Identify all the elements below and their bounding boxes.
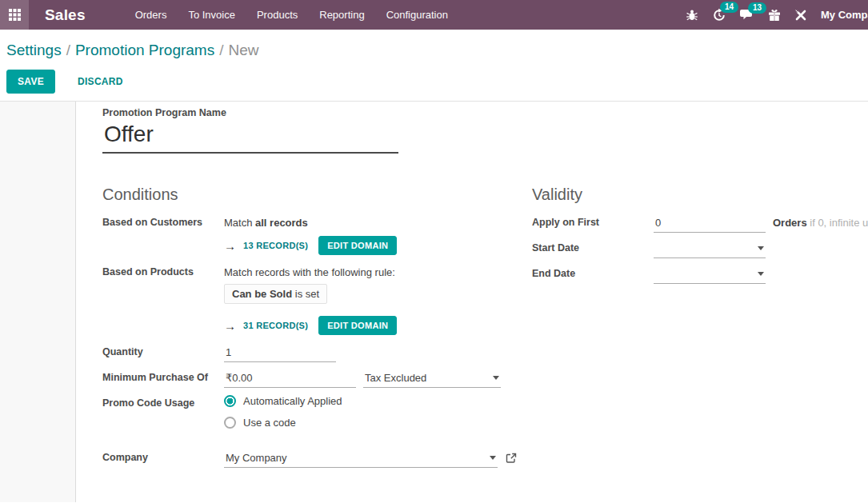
form-view: Promotion Program Name Conditions Based … [0, 102, 868, 502]
menu-orders[interactable]: Orders [135, 9, 167, 21]
minimum-purchase-label: Minimum Purchase Of [102, 369, 224, 383]
start-date-label: Start Date [532, 240, 654, 253]
discard-button[interactable]: DISCARD [66, 70, 134, 93]
menu-reporting[interactable]: Reporting [319, 9, 364, 21]
messages-count-badge: 13 [748, 2, 766, 14]
program-name-input[interactable] [102, 120, 398, 154]
conditions-section: Conditions Based on Customers Match all … [102, 186, 532, 475]
validity-section: Validity Apply on First Orders if 0, inf… [532, 186, 868, 475]
chevron-down-icon [490, 456, 496, 460]
program-name-label: Promotion Program Name [102, 107, 868, 118]
company-row: Company My Company [102, 449, 532, 468]
quantity-label: Quantity [102, 344, 224, 357]
odoo-window: Sales Orders To Invoice Products Reporti… [0, 0, 868, 503]
breadcrumb-separator: / [214, 42, 228, 58]
validity-title: Validity [532, 186, 868, 204]
based-on-customers-label: Based on Customers [102, 214, 224, 228]
based-on-products-row: Based on Products Match records with the… [102, 264, 532, 337]
chevron-down-icon [758, 246, 764, 250]
start-date-picker[interactable] [654, 240, 766, 258]
based-on-customers-row: Based on Customers Match all records → 1… [102, 214, 532, 257]
save-button[interactable]: SAVE [6, 70, 55, 94]
customers-match-text: Match all records [224, 214, 532, 229]
messages-chat-icon[interactable]: 13 [740, 9, 754, 22]
app-brand-title[interactable]: Sales [45, 6, 86, 24]
top-navbar: Sales Orders To Invoice Products Reporti… [0, 0, 868, 30]
end-date-picker[interactable] [654, 265, 766, 284]
chevron-down-icon [758, 272, 764, 276]
based-on-products-label: Based on Products [102, 264, 224, 277]
company-label: Company [102, 449, 224, 463]
end-date-row: End Date [532, 265, 868, 284]
products-records-line: → 31 RECORD(S) EDIT DOMAIN [224, 316, 532, 335]
breadcrumb-current: New [228, 42, 258, 58]
user-company-menu[interactable]: My Company [821, 9, 868, 21]
form-groups: Conditions Based on Customers Match all … [102, 186, 868, 475]
products-match-text: Match records with the following rule: [224, 264, 532, 278]
apply-on-first-suffix: Orders if 0, infinite usage [773, 214, 868, 229]
minimum-purchase-row: Minimum Purchase Of Tax Excluded [102, 369, 532, 388]
conditions-title: Conditions [102, 186, 532, 204]
end-date-label: End Date [532, 265, 654, 279]
domain-rule-tag[interactable]: Can be Sold is set [224, 284, 327, 304]
quantity-row: Quantity [102, 344, 532, 362]
menu-products[interactable]: Products [257, 9, 298, 21]
apply-on-first-row: Apply on First Orders if 0, infinite usa… [532, 214, 868, 233]
minimum-purchase-input[interactable] [224, 369, 356, 388]
menu-to-invoice[interactable]: To Invoice [188, 9, 235, 21]
radio-use-a-code[interactable]: Use a code [224, 417, 532, 429]
breadcrumb-settings-link[interactable]: Settings [6, 42, 62, 58]
radio-selected-icon [224, 395, 236, 407]
promo-code-usage-label: Promo Code Usage [102, 395, 224, 409]
products-records-count-link[interactable]: 31 RECORD(S) [243, 321, 308, 330]
grid-icon [9, 9, 21, 21]
radio-unselected-icon [224, 417, 236, 429]
control-panel: Settings/Promotion Programs/New SAVE DIS… [0, 30, 868, 102]
tools-icon[interactable] [794, 9, 807, 22]
breadcrumb-separator: / [62, 42, 75, 58]
form-sheet: Promotion Program Name Conditions Based … [76, 102, 868, 502]
radio-automatically-applied[interactable]: Automatically Applied [224, 395, 532, 407]
debug-bug-icon[interactable] [686, 9, 698, 22]
products-edit-domain-button[interactable]: EDIT DOMAIN [318, 316, 397, 335]
activities-clock-icon[interactable]: 14 [712, 8, 726, 22]
gift-icon[interactable] [768, 9, 781, 22]
breadcrumb: Settings/Promotion Programs/New [6, 42, 862, 59]
apply-on-first-label: Apply on First [532, 214, 654, 228]
menu-configuration[interactable]: Configuration [386, 9, 448, 21]
quantity-input[interactable] [224, 344, 336, 362]
arrow-right-icon: → [224, 239, 236, 253]
form-action-buttons: SAVE DISCARD [6, 70, 862, 94]
breadcrumb-promotion-programs-link[interactable]: Promotion Programs [75, 42, 214, 58]
customers-edit-domain-button[interactable]: EDIT DOMAIN [318, 236, 397, 255]
navbar-systray: 14 13 [686, 0, 868, 30]
start-date-row: Start Date [532, 240, 868, 258]
customers-records-count-link[interactable]: 13 RECORD(S) [243, 241, 308, 250]
app-menu: Orders To Invoice Products Reporting Con… [135, 9, 448, 21]
tax-mode-select[interactable]: Tax Excluded [363, 369, 501, 388]
sheet-left-gutter [0, 102, 76, 502]
apps-menu-button[interactable] [0, 0, 29, 30]
company-select[interactable]: My Company [224, 449, 498, 468]
arrow-right-icon: → [224, 319, 236, 333]
apply-on-first-input[interactable] [654, 214, 766, 233]
open-record-external-icon[interactable] [506, 449, 517, 464]
chevron-down-icon [493, 376, 499, 380]
activities-count-badge: 14 [720, 2, 738, 13]
promo-code-usage-row: Promo Code Usage Automatically Applied U… [102, 395, 532, 438]
customers-records-line: → 13 RECORD(S) EDIT DOMAIN [224, 236, 532, 255]
